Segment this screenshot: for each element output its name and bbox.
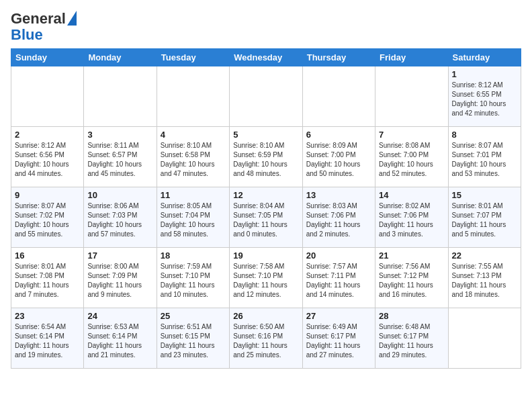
day-info: Sunrise: 8:10 AM Sunset: 6:59 PM Dayligh… <box>233 141 298 179</box>
calendar-cell <box>11 66 84 127</box>
calendar-cell: 26Sunrise: 6:50 AM Sunset: 6:16 PM Dayli… <box>230 308 302 369</box>
calendar-cell: 25Sunrise: 6:51 AM Sunset: 6:15 PM Dayli… <box>157 308 229 369</box>
day-info: Sunrise: 7:59 AM Sunset: 7:10 PM Dayligh… <box>161 262 226 300</box>
calendar-cell: 27Sunrise: 6:49 AM Sunset: 6:17 PM Dayli… <box>302 308 375 369</box>
calendar-cell: 12Sunrise: 8:04 AM Sunset: 7:05 PM Dayli… <box>230 187 302 248</box>
day-info: Sunrise: 8:02 AM Sunset: 7:06 PM Dayligh… <box>379 201 444 239</box>
day-info: Sunrise: 7:55 AM Sunset: 7:13 PM Dayligh… <box>452 262 517 300</box>
day-info: Sunrise: 8:11 AM Sunset: 6:57 PM Dayligh… <box>87 141 152 179</box>
day-number: 4 <box>161 130 226 140</box>
day-number: 10 <box>87 190 152 200</box>
calendar-cell: 21Sunrise: 7:56 AM Sunset: 7:12 PM Dayli… <box>375 248 448 308</box>
day-header-wednesday: Wednesday <box>230 49 302 66</box>
day-number: 3 <box>87 130 152 140</box>
calendar-cell: 1Sunrise: 8:12 AM Sunset: 6:55 PM Daylig… <box>448 66 521 127</box>
day-number: 24 <box>87 311 152 321</box>
calendar-cell <box>157 66 229 127</box>
day-info: Sunrise: 8:06 AM Sunset: 7:03 PM Dayligh… <box>87 201 152 239</box>
day-info: Sunrise: 8:08 AM Sunset: 7:00 PM Dayligh… <box>379 141 444 179</box>
calendar-cell: 23Sunrise: 6:54 AM Sunset: 6:14 PM Dayli… <box>11 308 84 369</box>
calendar-cell: 4Sunrise: 8:10 AM Sunset: 6:58 PM Daylig… <box>157 127 229 187</box>
day-info: Sunrise: 7:57 AM Sunset: 7:11 PM Dayligh… <box>306 262 371 300</box>
day-info: Sunrise: 8:03 AM Sunset: 7:06 PM Dayligh… <box>306 201 371 239</box>
logo-triangle-icon <box>67 11 77 26</box>
day-info: Sunrise: 8:01 AM Sunset: 7:08 PM Dayligh… <box>15 262 80 300</box>
day-number: 27 <box>306 311 371 321</box>
day-number: 19 <box>233 250 298 261</box>
day-number: 1 <box>452 69 517 79</box>
day-number: 26 <box>233 311 298 321</box>
day-number: 17 <box>87 250 152 261</box>
calendar-cell: 11Sunrise: 8:05 AM Sunset: 7:04 PM Dayli… <box>157 187 229 248</box>
calendar-cell <box>302 66 375 127</box>
day-header-saturday: Saturday <box>448 49 521 66</box>
day-info: Sunrise: 8:12 AM Sunset: 6:55 PM Dayligh… <box>452 81 517 118</box>
calendar-cell: 22Sunrise: 7:55 AM Sunset: 7:13 PM Dayli… <box>448 248 521 308</box>
day-info: Sunrise: 8:00 AM Sunset: 7:09 PM Dayligh… <box>87 262 152 300</box>
calendar-cell: 13Sunrise: 8:03 AM Sunset: 7:06 PM Dayli… <box>302 187 375 248</box>
page-header: General Blue <box>11 11 521 43</box>
calendar-cell: 28Sunrise: 6:48 AM Sunset: 6:17 PM Dayli… <box>375 308 448 369</box>
day-number: 21 <box>379 250 444 261</box>
day-number: 7 <box>379 130 444 140</box>
calendar-cell: 5Sunrise: 8:10 AM Sunset: 6:59 PM Daylig… <box>230 127 302 187</box>
day-number: 16 <box>15 250 80 261</box>
day-info: Sunrise: 8:01 AM Sunset: 7:07 PM Dayligh… <box>452 201 517 239</box>
calendar-cell: 6Sunrise: 8:09 AM Sunset: 7:00 PM Daylig… <box>302 127 375 187</box>
day-number: 14 <box>379 190 444 200</box>
day-number: 8 <box>452 130 517 140</box>
calendar-cell: 18Sunrise: 7:59 AM Sunset: 7:10 PM Dayli… <box>157 248 229 308</box>
day-info: Sunrise: 6:48 AM Sunset: 6:17 PM Dayligh… <box>379 322 444 360</box>
day-number: 22 <box>452 250 517 261</box>
calendar-cell: 16Sunrise: 8:01 AM Sunset: 7:08 PM Dayli… <box>11 248 84 308</box>
day-info: Sunrise: 8:07 AM Sunset: 7:02 PM Dayligh… <box>15 201 80 239</box>
calendar-cell <box>375 66 448 127</box>
calendar-cell: 19Sunrise: 7:58 AM Sunset: 7:10 PM Dayli… <box>230 248 302 308</box>
day-number: 23 <box>15 311 80 321</box>
day-info: Sunrise: 7:56 AM Sunset: 7:12 PM Dayligh… <box>379 262 444 300</box>
day-number: 6 <box>306 130 371 140</box>
calendar-week-3: 9Sunrise: 8:07 AM Sunset: 7:02 PM Daylig… <box>11 187 521 248</box>
day-number: 5 <box>233 130 298 140</box>
calendar-week-4: 16Sunrise: 8:01 AM Sunset: 7:08 PM Dayli… <box>11 248 521 308</box>
day-number: 13 <box>306 190 371 200</box>
day-header-monday: Monday <box>84 49 157 66</box>
calendar-cell: 24Sunrise: 6:53 AM Sunset: 6:14 PM Dayli… <box>84 308 157 369</box>
calendar-cell: 17Sunrise: 8:00 AM Sunset: 7:09 PM Dayli… <box>84 248 157 308</box>
calendar-cell: 9Sunrise: 8:07 AM Sunset: 7:02 PM Daylig… <box>11 187 84 248</box>
day-info: Sunrise: 8:07 AM Sunset: 7:01 PM Dayligh… <box>452 141 517 179</box>
calendar-cell <box>84 66 157 127</box>
day-number: 15 <box>452 190 517 200</box>
calendar-cell: 8Sunrise: 8:07 AM Sunset: 7:01 PM Daylig… <box>448 127 521 187</box>
day-number: 2 <box>15 130 80 140</box>
day-info: Sunrise: 6:49 AM Sunset: 6:17 PM Dayligh… <box>306 322 371 360</box>
day-number: 18 <box>161 250 226 261</box>
day-number: 11 <box>161 190 226 200</box>
day-header-friday: Friday <box>375 49 448 66</box>
day-number: 20 <box>306 250 371 261</box>
day-info: Sunrise: 8:09 AM Sunset: 7:00 PM Dayligh… <box>306 141 371 179</box>
day-number: 9 <box>15 190 80 200</box>
day-header-sunday: Sunday <box>11 49 84 66</box>
logo-general: General <box>11 11 66 27</box>
calendar-cell: 15Sunrise: 8:01 AM Sunset: 7:07 PM Dayli… <box>448 187 521 248</box>
calendar-cell: 20Sunrise: 7:57 AM Sunset: 7:11 PM Dayli… <box>302 248 375 308</box>
day-info: Sunrise: 8:10 AM Sunset: 6:58 PM Dayligh… <box>161 141 226 179</box>
calendar-cell: 7Sunrise: 8:08 AM Sunset: 7:00 PM Daylig… <box>375 127 448 187</box>
day-number: 12 <box>233 190 298 200</box>
logo-blue: Blue <box>11 26 43 43</box>
day-header-thursday: Thursday <box>302 49 375 66</box>
calendar-cell <box>230 66 302 127</box>
calendar-week-2: 2Sunrise: 8:12 AM Sunset: 6:56 PM Daylig… <box>11 127 521 187</box>
day-info: Sunrise: 8:04 AM Sunset: 7:05 PM Dayligh… <box>233 201 298 239</box>
day-info: Sunrise: 6:54 AM Sunset: 6:14 PM Dayligh… <box>15 322 80 360</box>
calendar-cell: 2Sunrise: 8:12 AM Sunset: 6:56 PM Daylig… <box>11 127 84 187</box>
day-info: Sunrise: 7:58 AM Sunset: 7:10 PM Dayligh… <box>233 262 298 300</box>
day-number: 28 <box>379 311 444 321</box>
calendar-week-5: 23Sunrise: 6:54 AM Sunset: 6:14 PM Dayli… <box>11 308 521 369</box>
day-info: Sunrise: 6:51 AM Sunset: 6:15 PM Dayligh… <box>161 322 226 360</box>
calendar-cell: 14Sunrise: 8:02 AM Sunset: 7:06 PM Dayli… <box>375 187 448 248</box>
day-info: Sunrise: 6:50 AM Sunset: 6:16 PM Dayligh… <box>233 322 298 360</box>
day-header-tuesday: Tuesday <box>157 49 229 66</box>
calendar-week-1: 1Sunrise: 8:12 AM Sunset: 6:55 PM Daylig… <box>11 66 521 127</box>
